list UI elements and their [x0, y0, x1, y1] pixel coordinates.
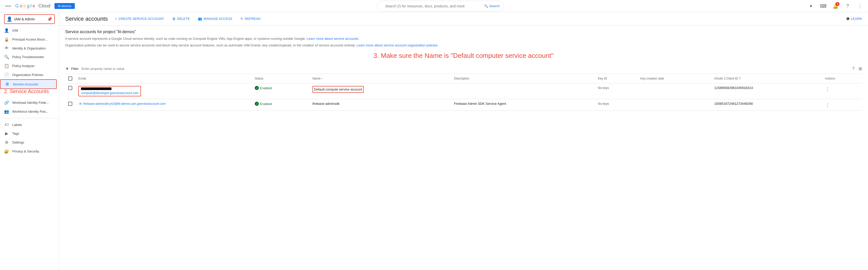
sidebar-item-policy-analyzer[interactable]: 📋 Policy Analyzer [0, 61, 57, 70]
sidebar-divider-1 [0, 118, 59, 118]
row2-checkbox-cell [65, 99, 75, 111]
select-all-checkbox[interactable] [68, 77, 72, 81]
iam-admin-header[interactable]: 👤 IAM & Admin 📌 [4, 14, 55, 24]
sidebar-item-workload-identity[interactable]: 🔗 Workload Identity Fede... [0, 98, 57, 107]
row2-name: firebase-adminsdk [312, 102, 339, 106]
sort-arrow-icon: ↑ [322, 77, 323, 80]
sidebar-item-settings-label: Settings [12, 140, 24, 144]
filter-help-icon[interactable]: ? [852, 66, 855, 71]
key-id-column-header: Key ID [595, 74, 638, 83]
hamburger-menu[interactable] [3, 1, 13, 11]
search-button[interactable]: 🔍 Search [484, 4, 499, 8]
filter-label: Filter [71, 67, 79, 71]
search-icon: 🔍 [484, 4, 488, 8]
row1-oauth2: 115866582981045918214 [714, 86, 753, 90]
delete-icon: 🗑 [172, 17, 176, 21]
table-header-row: Email Status Name ↑ Description [65, 74, 862, 83]
row2-actions-button[interactable]: ⋮ [825, 102, 830, 108]
topbar-right: ♦ ⌨ 🔔 1 ? ⋮ [806, 1, 865, 11]
create-button-label: CREATE SERVICE ACCOUNT [118, 17, 164, 21]
org-policies-icon: 📄 [4, 73, 9, 77]
sidebar-item-principal-label: Principal Access Boun... [12, 37, 48, 41]
row2-oauth2: 100851672481273449290 [714, 102, 753, 106]
delete-button[interactable]: 🗑 DELETE [169, 15, 193, 22]
graduation-icon: 🎓 [846, 17, 850, 21]
row2-key-id-cell: No keys [595, 99, 638, 111]
service-accounts-icon: 🖥 [5, 82, 10, 86]
policy-analyzer-icon: 📋 [4, 63, 9, 68]
sidebar-item-iam-label: IAM [12, 29, 18, 32]
row1-name-cell: Default compute service account [309, 83, 451, 99]
topbar: Google Cloud lit-demos 🔍 Search ♦ ⌨ 🔔 1 … [0, 0, 868, 12]
sidebar-item-workforce-identity[interactable]: 👥 Workforce Identity Fed... [0, 107, 57, 116]
terminal-icon-button[interactable]: ⌨ [818, 1, 828, 11]
policy-trouble-icon: 🔍 [4, 55, 9, 59]
sidebar-item-identity-org[interactable]: 👁 Identity & Organization [0, 44, 57, 53]
sidebar-item-workforce-label: Workforce Identity Fed... [12, 110, 48, 113]
sidebar-item-iam[interactable]: 👤 IAM [0, 26, 57, 35]
header-actions: + CREATE SERVICE ACCOUNT 🗑 DELETE 👥 MANA… [112, 15, 264, 22]
row1-name-box: Default compute service account [312, 86, 364, 93]
content-area: Service accounts for project "lit-demos"… [59, 26, 868, 115]
sidebar-item-privacy-security[interactable]: 🔐 Privacy & Security [0, 147, 57, 156]
learn-button[interactable]: 🎓 LEARN [846, 17, 862, 21]
filter-input[interactable] [81, 66, 850, 72]
app-layout: 👤 IAM & Admin 📌 1. Select IAM & Admin 👤 … [0, 12, 868, 270]
table-row: compute@developer.gserviceaccount.com ✓ … [65, 83, 862, 99]
more-icon: ⋮ [858, 3, 862, 9]
row1-actions-button[interactable]: ⋮ [825, 86, 830, 92]
iam-icon: 👤 [4, 28, 9, 33]
sidebar-item-tags[interactable]: ▶ Tags [0, 129, 57, 138]
workload-icon: 🔗 [4, 100, 9, 105]
sidebar-item-settings[interactable]: ⚙ Settings [0, 138, 57, 147]
help-icon-button[interactable]: ? [842, 1, 853, 11]
table-row: 📧 firebase-adminsdk-jvt2t@lit-demos.iam.… [65, 99, 862, 111]
create-service-account-button[interactable]: + CREATE SERVICE ACCOUNT [112, 15, 167, 22]
oauth2-help-icon[interactable]: ? [739, 77, 741, 80]
filter-columns-icon[interactable]: ⊞ [859, 66, 862, 71]
status-column-header: Status [252, 74, 309, 83]
principal-access-icon: 🔒 [4, 37, 9, 42]
row1-email-link[interactable]: compute@developer.gserviceaccount.com [81, 91, 138, 95]
project-selector[interactable]: lit-demos [55, 3, 75, 9]
refresh-label: REFRESH [245, 17, 260, 21]
row2-actions-cell: ⋮ [822, 99, 862, 111]
row1-checkbox[interactable] [68, 86, 72, 90]
identity-org-icon: 👁 [4, 46, 9, 51]
more-options-button[interactable]: ⋮ [855, 1, 865, 11]
name-column-header[interactable]: Name ↑ [309, 74, 451, 83]
sidebar-item-policy-troubleshooter[interactable]: 🔍 Policy Troubleshooter [0, 53, 57, 61]
notification-button[interactable]: 🔔 1 [830, 1, 840, 11]
search-input[interactable] [381, 3, 482, 10]
description2: Organization policies can be used to sec… [65, 43, 862, 48]
sidebar: 👤 IAM & Admin 📌 1. Select IAM & Admin 👤 … [0, 12, 59, 270]
filter-bar: ▼ Filter ? ⊞ [65, 64, 862, 74]
learn-label: LEARN [851, 17, 862, 21]
status-col-label: Status [255, 77, 264, 80]
terminal-icon: ⌨ [820, 3, 827, 9]
diamond-icon: ♦ [810, 3, 812, 9]
refresh-button[interactable]: ↻ REFRESH [238, 15, 264, 22]
sidebar-item-principal-access[interactable]: 🔒 Principal Access Boun... [0, 35, 57, 44]
workforce-icon: 👥 [4, 109, 9, 114]
row2-email-link[interactable]: firebase-adminsdk-jvt2t@lit-demos.iam.gs… [84, 102, 166, 106]
search-bar-container: 🔍 Search [377, 1, 504, 11]
email-col-label: Email [79, 77, 86, 80]
description1-link[interactable]: Learn more about service accounts. [307, 37, 359, 40]
description1-text: A service account represents a Google Cl… [65, 37, 306, 40]
row1-email-cell: compute@developer.gserviceaccount.com [75, 83, 252, 99]
description2-link[interactable]: Learn more about service account organiz… [356, 43, 438, 47]
tags-icon: ▶ [4, 131, 9, 136]
row2-checkbox[interactable] [68, 102, 72, 106]
select-all-header [65, 74, 75, 83]
sidebar-item-org-policies[interactable]: 📄 Organization Policies [0, 70, 57, 79]
row2-status: ✓ Enabled [255, 102, 306, 106]
description2-text: Organization policies can be used to sec… [65, 43, 355, 47]
row1-status: ✓ Enabled [255, 86, 306, 90]
refresh-icon: ↻ [241, 17, 243, 21]
topbar-middle: 🔍 Search [75, 1, 806, 11]
sidebar-item-labels[interactable]: 🏷 Labels [0, 120, 57, 129]
sidebar-item-service-accounts[interactable]: 🖥 Service Accounts [0, 79, 57, 89]
diamond-icon-button[interactable]: ♦ [806, 1, 816, 11]
manage-access-button[interactable]: 👥 MANAGE ACCESS [195, 15, 236, 22]
